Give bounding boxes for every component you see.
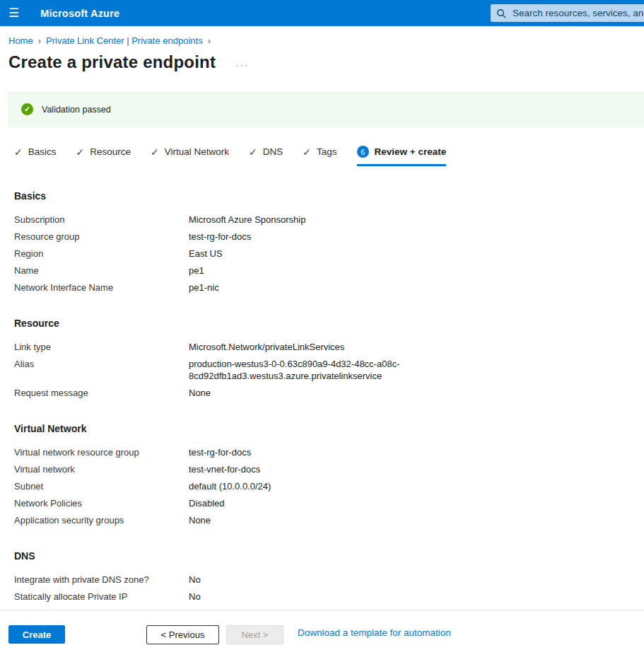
tab-review-create[interactable]: 6 Review + create: [357, 146, 447, 166]
validation-banner: ✓ Validation passed: [8, 91, 644, 127]
checkmark-icon: ✓: [76, 146, 85, 158]
chevron-right-icon: ›: [38, 35, 41, 46]
review-row: Virtual network resource group test-rg-f…: [14, 446, 644, 458]
tab-label: Resource: [90, 146, 131, 157]
title-row: Create a private endpoint ···: [8, 52, 644, 72]
row-label: Resource group: [14, 231, 189, 243]
review-row: Subscription Microsoft Azure Sponsorship: [14, 214, 644, 226]
azure-top-bar: ☰ Microsoft Azure: [0, 0, 644, 26]
section-basics: Basics Subscription Microsoft Azure Spon…: [14, 190, 644, 294]
next-button[interactable]: Next >: [226, 625, 283, 644]
row-value: test-rg-for-docs: [189, 446, 406, 458]
row-label: Network Policies: [14, 497, 189, 509]
breadcrumb-link-home[interactable]: Home: [8, 35, 33, 46]
search-icon: [496, 8, 506, 18]
success-check-icon: ✓: [21, 103, 33, 115]
review-sections: Basics Subscription Microsoft Azure Spon…: [14, 190, 644, 603]
row-value: Microsoft Azure Sponsorship: [189, 214, 406, 226]
validation-message: Validation passed: [42, 105, 111, 115]
checkmark-icon: ✓: [249, 146, 257, 158]
row-label: Request message: [14, 387, 189, 399]
review-row: Virtual network test-vnet-for-docs: [14, 463, 644, 475]
download-template-link[interactable]: Download a template for automation: [298, 627, 451, 638]
row-label: Region: [14, 248, 189, 260]
section-title: Resource: [14, 318, 644, 329]
review-row: Name pe1: [14, 265, 644, 277]
page-title: Create a private endpoint: [8, 52, 216, 72]
global-search[interactable]: [491, 4, 644, 22]
row-value: pe1-nic: [189, 282, 406, 294]
review-row: Request message None: [14, 387, 644, 399]
row-label: Link type: [14, 341, 189, 353]
review-row: Resource group test-rg-for-docs: [14, 231, 644, 243]
row-value: None: [189, 387, 406, 399]
review-row: Link type Microsoft.Network/privateLinkS…: [14, 341, 644, 353]
tab-tags[interactable]: ✓ Tags: [303, 146, 336, 166]
breadcrumb: Home › Private Link Center | Private end…: [8, 35, 644, 46]
review-row: Network Policies Disabled: [14, 497, 644, 509]
tab-label: Basics: [28, 146, 57, 157]
row-value: Microsoft.Network/privateLinkServices: [189, 341, 406, 353]
row-label: Integrate with private DNS zone?: [14, 574, 189, 586]
row-value: pe1: [189, 265, 406, 277]
row-value: test-vnet-for-docs: [189, 463, 406, 475]
hamburger-icon[interactable]: ☰: [0, 7, 19, 19]
section-title: Basics: [14, 190, 644, 202]
row-label: Subscription: [14, 214, 189, 226]
tab-dns[interactable]: ✓ DNS: [249, 146, 283, 166]
review-row: Alias production-westus3-0-0.63c890a9-4d…: [14, 358, 644, 382]
review-row: Subnet default (10.0.0.0/24): [14, 480, 644, 492]
tab-label: Review + create: [375, 146, 447, 157]
row-label: Statically allocate Private IP: [14, 591, 189, 603]
row-value: None: [189, 514, 406, 526]
row-label: Application security groups: [14, 514, 189, 526]
section-dns: DNS Integrate with private DNS zone? No …: [14, 550, 644, 603]
tab-label: Tags: [317, 146, 337, 157]
review-row: Application security groups None: [14, 514, 644, 526]
row-label: Alias: [14, 358, 189, 382]
chevron-right-icon: ›: [208, 35, 211, 46]
step-number-badge: 6: [357, 146, 369, 158]
breadcrumb-link-private-link-center[interactable]: Private Link Center | Private endpoints: [46, 35, 203, 46]
tab-basics[interactable]: ✓ Basics: [14, 146, 57, 166]
row-label: Name: [14, 265, 189, 277]
more-actions-button[interactable]: ···: [231, 54, 253, 71]
review-row: Network Interface Name pe1-nic: [14, 282, 644, 294]
tab-resource[interactable]: ✓ Resource: [76, 146, 131, 166]
review-row: Statically allocate Private IP No: [14, 591, 644, 603]
row-label: Network Interface Name: [14, 282, 189, 294]
tab-label: Virtual Network: [165, 146, 229, 157]
row-value: production-westus3-0-0.63c890a9-4d32-48c…: [189, 358, 406, 382]
row-value: Disabled: [189, 497, 406, 509]
section-virtual-network: Virtual Network Virtual network resource…: [14, 423, 644, 526]
checkmark-icon: ✓: [151, 146, 159, 158]
previous-button[interactable]: < Previous: [146, 625, 219, 644]
section-resource: Resource Link type Microsoft.Network/pri…: [14, 318, 644, 399]
row-value: No: [189, 591, 406, 603]
tab-virtual-network[interactable]: ✓ Virtual Network: [151, 146, 229, 166]
row-value: No: [189, 574, 406, 586]
row-value: test-rg-for-docs: [189, 231, 406, 243]
section-title: DNS: [14, 550, 644, 562]
checkmark-icon: ✓: [14, 146, 23, 158]
row-label: Virtual network: [14, 463, 189, 475]
wizard-tabs: ✓ Basics ✓ Resource ✓ Virtual Network ✓ …: [14, 146, 644, 166]
row-label: Subnet: [14, 480, 189, 492]
search-input[interactable]: [511, 7, 644, 19]
review-row: Region East US: [14, 248, 644, 260]
row-value: default (10.0.0.0/24): [189, 480, 406, 492]
tab-label: DNS: [263, 146, 283, 157]
checkmark-icon: ✓: [303, 146, 311, 158]
create-button[interactable]: Create: [8, 625, 65, 644]
row-label: Virtual network resource group: [14, 446, 189, 458]
section-title: Virtual Network: [14, 423, 644, 434]
row-value: East US: [189, 248, 406, 260]
app-title[interactable]: Microsoft Azure: [40, 8, 119, 19]
wizard-footer: Create < Previous Next > Download a temp…: [0, 610, 644, 650]
review-row: Integrate with private DNS zone? No: [14, 574, 644, 586]
